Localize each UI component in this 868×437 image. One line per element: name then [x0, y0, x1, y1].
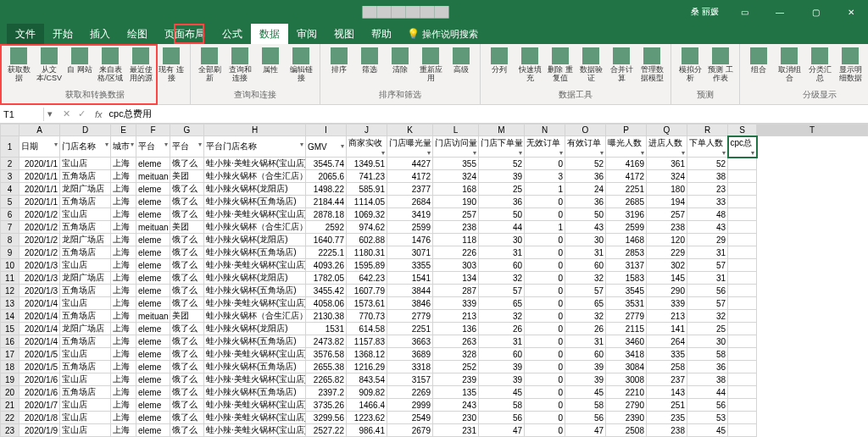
filter-header[interactable]: 日期▾: [19, 136, 60, 158]
cell[interactable]: 2473.82: [306, 335, 347, 348]
row-header[interactable]: 12: [1, 285, 19, 297]
cell[interactable]: 饿了么: [170, 285, 204, 297]
filter-header[interactable]: 门店下单量▾: [479, 136, 525, 158]
cell[interactable]: 1157.83: [347, 335, 387, 348]
cell[interactable]: 0: [525, 323, 565, 335]
cell[interactable]: 龙阳广场店: [60, 323, 111, 335]
cell[interactable]: 32: [479, 272, 525, 285]
cell[interactable]: 饿了么: [170, 297, 204, 310]
cell[interactable]: 264: [647, 335, 687, 348]
cell[interactable]: 蛙小辣火锅杯(五角场店): [204, 386, 306, 399]
close-button[interactable]: ✕: [834, 4, 868, 20]
formula-bar[interactable]: cpc总费用: [106, 106, 868, 122]
cell[interactable]: 52: [479, 158, 525, 170]
cell[interactable]: 1180.31: [347, 246, 387, 259]
cell[interactable]: 235: [647, 412, 687, 424]
cell[interactable]: 25: [687, 323, 728, 335]
cell[interactable]: [728, 335, 757, 348]
cell[interactable]: 50: [479, 208, 525, 221]
cell[interactable]: [728, 424, 757, 437]
cell[interactable]: 263: [433, 335, 479, 348]
tab-layout[interactable]: 页面布局: [156, 24, 214, 45]
cell[interactable]: [728, 285, 757, 297]
tab-help[interactable]: 帮助: [363, 24, 400, 45]
ribbon-button[interactable]: 来自表 格/区域: [97, 47, 124, 83]
filter-header[interactable]: GMV▾: [306, 136, 347, 158]
row-header[interactable]: 7: [1, 221, 19, 234]
cell[interactable]: 蛙小辣·美蛙火锅杯(宝山店): [204, 412, 306, 424]
cell[interactable]: 上海: [111, 246, 136, 259]
cell[interactable]: 45: [479, 386, 525, 399]
cell[interactable]: 饿了么: [170, 208, 204, 221]
cell[interactable]: 335: [647, 348, 687, 361]
cell[interactable]: 饿了么: [170, 348, 204, 361]
column-header[interactable]: Q: [647, 124, 687, 136]
name-box[interactable]: T1: [0, 108, 44, 121]
cancel-formula-button[interactable]: ✕: [59, 108, 73, 119]
cell[interactable]: 3576.58: [306, 348, 347, 361]
cell[interactable]: 蛙小辣·美蛙火锅杯(宝山店): [204, 297, 306, 310]
cell[interactable]: 1368.12: [347, 348, 387, 361]
filter-dropdown-icon[interactable]: ▾: [600, 149, 604, 157]
cell[interactable]: 26: [479, 323, 525, 335]
ribbon-button[interactable]: 快速填充: [516, 47, 543, 83]
cell[interactable]: 上海: [111, 196, 136, 208]
cell[interactable]: 0: [525, 424, 565, 437]
cell[interactable]: [728, 386, 757, 399]
cell[interactable]: 32: [565, 272, 606, 285]
cell[interactable]: 蛙小辣火锅杯(龙阳店): [204, 272, 306, 285]
cell[interactable]: 1069.32: [347, 208, 387, 221]
row-header[interactable]: 23: [1, 424, 19, 437]
cell[interactable]: 4172: [606, 170, 647, 183]
cell[interactable]: 1583: [606, 272, 647, 285]
cell[interactable]: 361: [647, 158, 687, 170]
cell[interactable]: 25: [479, 183, 525, 196]
cell[interactable]: 上海: [111, 183, 136, 196]
row-header[interactable]: 17: [1, 348, 19, 361]
cell[interactable]: 168: [433, 183, 479, 196]
cell[interactable]: 蛙小辣·美蛙火锅杯(宝山店): [204, 259, 306, 272]
cell[interactable]: 0: [525, 259, 565, 272]
cell[interactable]: 宝山店: [60, 424, 111, 437]
cell[interactable]: 宝山店: [60, 259, 111, 272]
cell[interactable]: 56: [687, 399, 728, 412]
cell[interactable]: 60: [479, 259, 525, 272]
cell[interactable]: 2225.1: [306, 246, 347, 259]
cell[interactable]: 229: [647, 246, 687, 259]
cell[interactable]: eleme: [136, 246, 170, 259]
cell[interactable]: 31: [479, 335, 525, 348]
cell[interactable]: 57: [479, 285, 525, 297]
cell[interactable]: 57: [687, 297, 728, 310]
cell[interactable]: 2020/1/8: [19, 412, 60, 424]
cell[interactable]: 3137: [606, 259, 647, 272]
cell[interactable]: 蛙小辣火锅杯(五角场店): [204, 361, 306, 373]
cell[interactable]: eleme: [136, 386, 170, 399]
cell[interactable]: 585.91: [347, 183, 387, 196]
cell[interactable]: 龙阳广场店: [60, 272, 111, 285]
column-header[interactable]: T: [757, 124, 868, 136]
cell[interactable]: 3460: [606, 335, 647, 348]
cell[interactable]: 237: [647, 373, 687, 386]
cell[interactable]: 3545.74: [306, 158, 347, 170]
cell[interactable]: 44: [479, 221, 525, 234]
spreadsheet-grid[interactable]: ADEFGHIJKLMNOPQRST1日期▾门店名称▾城市▾平台▾平台▾平台门店…: [0, 124, 868, 437]
cell[interactable]: 257: [433, 208, 479, 221]
cell[interactable]: 饿了么: [170, 424, 204, 437]
cell[interactable]: 2020/1/9: [19, 424, 60, 437]
filter-dropdown-icon[interactable]: ▾: [751, 149, 754, 157]
cell[interactable]: 48: [687, 208, 728, 221]
cell[interactable]: 饿了么: [170, 399, 204, 412]
cell[interactable]: 45: [687, 424, 728, 437]
tab-formula[interactable]: 公式: [214, 24, 251, 45]
cell[interactable]: meituan: [136, 310, 170, 323]
filter-dropdown-icon[interactable]: ▾: [427, 149, 431, 157]
column-header[interactable]: R: [687, 124, 728, 136]
cell[interactable]: 57: [687, 259, 728, 272]
cell[interactable]: 43: [565, 221, 606, 234]
cell[interactable]: 4093.26: [306, 259, 347, 272]
cell[interactable]: 1349.51: [347, 158, 387, 170]
cell[interactable]: 31: [479, 246, 525, 259]
cell[interactable]: 328: [433, 348, 479, 361]
column-header[interactable]: K: [387, 124, 433, 136]
cell[interactable]: 2397.2: [306, 386, 347, 399]
